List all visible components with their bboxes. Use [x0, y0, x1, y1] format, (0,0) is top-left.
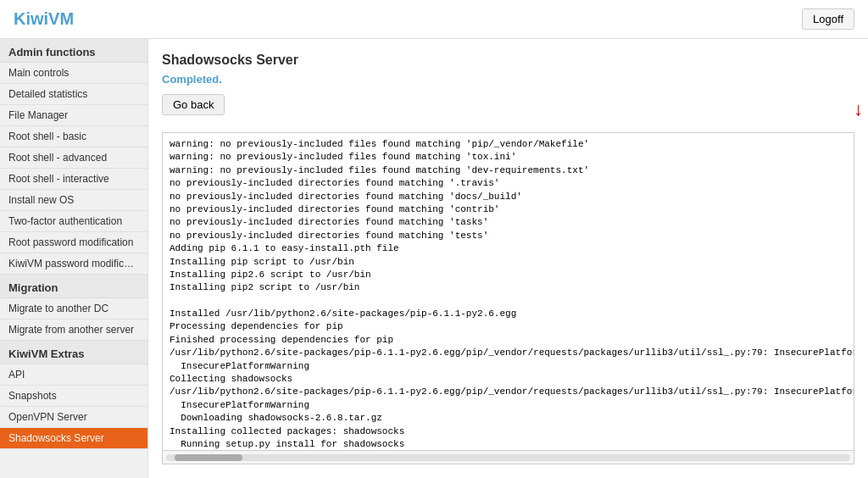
sidebar-item[interactable]: KiwiVM password modification — [0, 253, 147, 275]
sidebar-item[interactable]: Root shell - advanced — [0, 147, 147, 169]
main-layout: Admin functionsMain controlsDetailed sta… — [0, 39, 868, 478]
sidebar-item[interactable]: Shadowsocks Server — [0, 428, 147, 449]
scrollbar-thumb[interactable] — [175, 454, 242, 461]
sidebar-item[interactable]: Main controls — [0, 63, 147, 84]
sidebar-section-title: Migration — [0, 275, 147, 298]
sidebar-item[interactable]: Root shell - interactive — [0, 169, 147, 190]
sidebar-section-title: Admin functions — [0, 39, 147, 63]
sidebar-item[interactable]: Install new OS — [0, 190, 147, 211]
red-arrow-icon: ↓ — [854, 98, 863, 120]
sidebar-item[interactable]: Snapshots — [0, 386, 147, 407]
sidebar: Admin functionsMain controlsDetailed sta… — [0, 39, 148, 478]
sidebar-item[interactable]: Migrate to another DC — [0, 298, 147, 320]
logoff-button[interactable]: Logoff — [802, 8, 854, 30]
sidebar-item[interactable]: API — [0, 364, 147, 386]
content-area: Shadowsocks Server Completed. Go back ↓ … — [148, 39, 868, 478]
scrollbar-track — [166, 454, 850, 461]
header: KiwiVM Logoff — [0, 0, 868, 39]
sidebar-item[interactable]: Migrate from another server — [0, 320, 147, 341]
sidebar-item[interactable]: Root password modification — [0, 232, 147, 253]
status-text: Completed. — [162, 73, 854, 86]
page-title: Shadowsocks Server — [162, 53, 854, 68]
sidebar-item[interactable]: File Manager — [0, 105, 147, 126]
sidebar-item[interactable]: Detailed statistics — [0, 84, 147, 105]
sidebar-section-title: KiwiVM Extras — [0, 341, 147, 364]
sidebar-item[interactable]: OpenVPN Server — [0, 407, 147, 428]
scrollbar-container[interactable] — [162, 451, 854, 464]
logo: KiwiVM — [14, 9, 74, 29]
sidebar-item[interactable]: Root shell - basic — [0, 126, 147, 147]
go-back-button[interactable]: Go back — [162, 94, 225, 115]
terminal-output: warning: no previously-included files fo… — [162, 132, 854, 451]
sidebar-item[interactable]: Two-factor authentication — [0, 211, 147, 232]
